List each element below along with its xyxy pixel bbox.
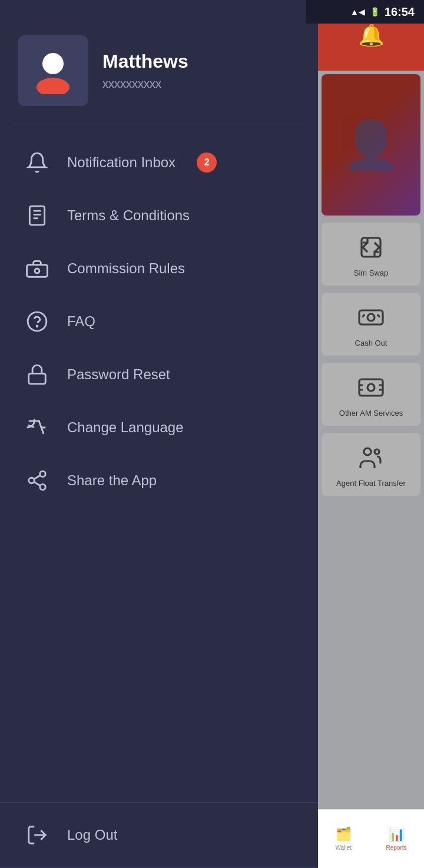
signal-icon: ▲◀: [350, 7, 365, 16]
profile-header: Matthews xxxxxxxxxx: [0, 0, 318, 124]
menu-item-change-language[interactable]: Change Language: [0, 401, 318, 454]
menu-item-faq[interactable]: FAQ: [0, 295, 318, 348]
wallet-tab-label: Wallet: [335, 844, 351, 851]
password-reset-label: Password Reset: [67, 366, 170, 383]
svg-rect-2: [29, 206, 44, 225]
logout-icon: [24, 821, 51, 849]
status-bar: ▲◀ 🔋 16:54: [306, 0, 424, 24]
svg-line-15: [34, 475, 41, 479]
battery-icon: 🔋: [370, 7, 380, 16]
question-circle-icon: [24, 308, 51, 335]
lock-icon: [24, 361, 51, 388]
svg-rect-6: [27, 265, 48, 277]
svg-point-1: [37, 78, 69, 94]
profile-name: Matthews: [102, 51, 188, 72]
svg-point-7: [35, 269, 39, 273]
svg-line-14: [34, 482, 41, 485]
bell-icon: [24, 149, 51, 176]
svg-point-12: [29, 478, 35, 483]
overlay-dim: [318, 0, 424, 868]
svg-point-0: [42, 53, 64, 74]
top-bell-icon: 🔔: [358, 23, 385, 48]
profile-id: xxxxxxxxxx: [102, 77, 188, 91]
document-icon: [24, 202, 51, 229]
menu-item-commission-rules[interactable]: Commission Rules: [0, 242, 318, 295]
faq-label: FAQ: [67, 313, 95, 330]
sidebar-drawer: Matthews xxxxxxxxxx Notification Inbox 2…: [0, 0, 318, 868]
tab-wallet[interactable]: 🗂️ Wallet: [335, 827, 351, 851]
logout-label: Log Out: [67, 827, 117, 843]
menu-item-share-app[interactable]: Share the App: [0, 454, 318, 507]
menu-list: Notification Inbox 2 Terms & Conditions …: [0, 124, 318, 802]
svg-point-8: [28, 312, 47, 331]
status-time: 16:54: [385, 5, 415, 19]
terms-conditions-label: Terms & Conditions: [67, 207, 190, 224]
profile-info: Matthews xxxxxxxxxx: [102, 51, 188, 91]
avatar: [18, 35, 88, 106]
svg-rect-10: [29, 373, 46, 383]
reports-tab-label: Reports: [386, 844, 407, 851]
commission-rules-label: Commission Rules: [67, 260, 185, 277]
share-app-label: Share the App: [67, 472, 157, 489]
menu-item-notification-inbox[interactable]: Notification Inbox 2: [0, 136, 318, 189]
svg-point-13: [40, 484, 46, 490]
tab-reports[interactable]: 📊 Reports: [386, 827, 407, 851]
translate-icon: [24, 414, 51, 441]
notification-badge: 2: [197, 153, 217, 173]
menu-item-terms-conditions[interactable]: Terms & Conditions: [0, 189, 318, 242]
reports-tab-icon: 📊: [389, 827, 405, 842]
svg-point-11: [40, 471, 46, 477]
bottom-tab-bar: 🗂️ Wallet 📊 Reports: [318, 809, 424, 868]
menu-item-password-reset[interactable]: Password Reset: [0, 348, 318, 401]
menu-item-logout[interactable]: Log Out: [0, 809, 318, 862]
money-hand-icon: [24, 255, 51, 282]
wallet-tab-icon: 🗂️: [336, 827, 352, 842]
avatar-icon: [29, 47, 77, 94]
change-language-label: Change Language: [67, 419, 184, 436]
share-icon: [24, 467, 51, 494]
logout-section: Log Out: [0, 803, 318, 867]
notification-inbox-label: Notification Inbox: [67, 154, 175, 171]
